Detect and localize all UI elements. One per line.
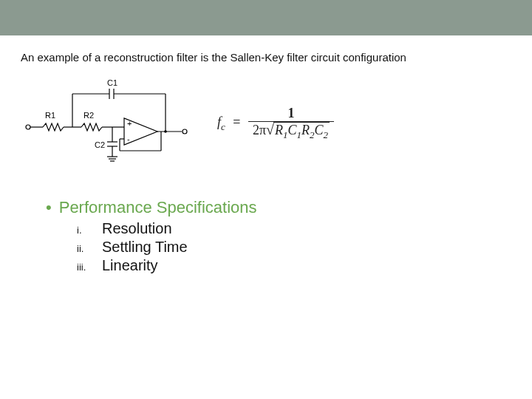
label-c2: C2	[95, 140, 105, 149]
sallen-key-circuit: R1 R2 C1 C2	[21, 75, 198, 171]
svg-point-0	[26, 125, 30, 129]
intro-paragraph: An example of a reconstruction filter is…	[21, 50, 511, 65]
list-item: ii. Settling Time	[77, 239, 511, 256]
svg-point-23	[164, 130, 167, 133]
list-item: i. Resolution	[77, 220, 511, 237]
opamp-plus: +	[127, 119, 132, 128]
spec-title: Performance Specifications	[59, 198, 257, 217]
roman-numeral: i.	[77, 225, 102, 236]
formula-equals: =	[233, 115, 240, 129]
roman-numeral: iii.	[77, 262, 102, 273]
formula-c1: C	[287, 123, 296, 137]
label-r1: R1	[45, 111, 55, 120]
bullet-icon: •	[46, 198, 52, 217]
slide-title-bar	[0, 0, 532, 35]
formula-r1: R	[275, 123, 283, 137]
svg-point-24	[183, 129, 187, 134]
formula-c2sub: 2	[323, 129, 327, 140]
formula-lhs-sub: c	[221, 121, 225, 132]
label-r2: R2	[83, 111, 94, 120]
spec-section: • Performance Specifications i. Resoluti…	[21, 198, 511, 274]
formula-2pi: 2π	[253, 123, 266, 137]
label-c1: C1	[107, 78, 117, 87]
opamp-minus: -	[127, 134, 130, 143]
spec-item-label: Settling Time	[102, 239, 188, 256]
spec-item-label: Resolution	[102, 220, 172, 237]
slide-content: An example of a reconstruction filter is…	[0, 35, 532, 274]
roman-numeral: ii.	[77, 243, 102, 254]
list-item: iii. Linearity	[77, 257, 511, 274]
cutoff-frequency-formula: fc = 1 2π√R1C1R2C2	[217, 106, 334, 141]
spec-list: i. Resolution ii. Settling Time iii. Lin…	[77, 220, 511, 274]
formula-r2: R	[301, 123, 310, 137]
spec-item-label: Linearity	[102, 257, 158, 274]
figure-and-formula-row: R1 R2 C1 C2	[21, 75, 511, 171]
formula-numerator: 1	[287, 106, 294, 120]
formula-c2: C	[314, 123, 323, 137]
